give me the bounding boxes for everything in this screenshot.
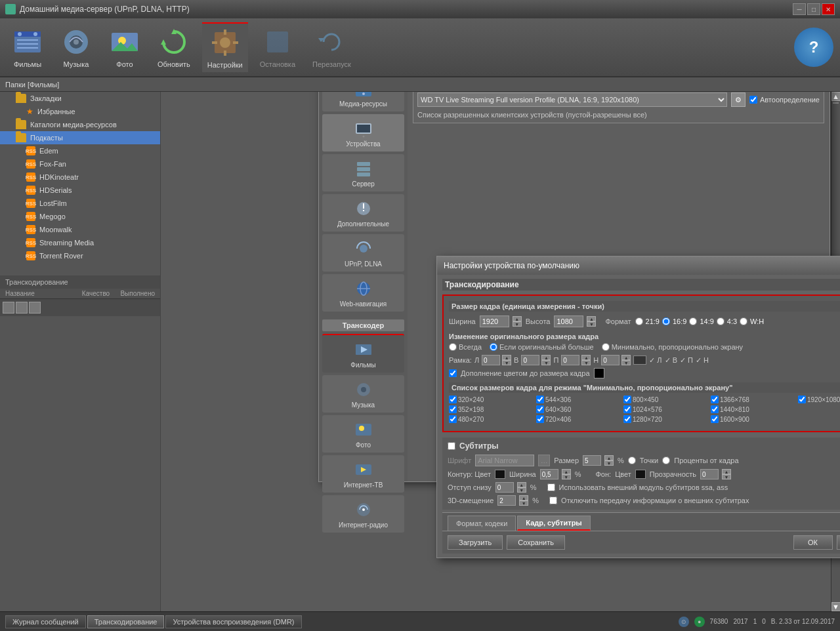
toolbar-refresh[interactable]: Обновить <box>152 23 196 71</box>
close-button[interactable]: ✕ <box>822 3 835 15</box>
subtitles-checkbox[interactable] <box>448 442 455 450</box>
sidebar-item-streaming-media[interactable]: RSS Streaming Media <box>0 236 160 249</box>
toolbar-restart[interactable]: Перезапуск <box>307 23 356 71</box>
settings-nav-upnp[interactable]: UPnP, DLNA <box>322 234 404 272</box>
toolbar-settings[interactable]: Настройки <box>202 22 248 72</box>
cb-1366x768[interactable] <box>711 396 719 403</box>
frame-n-up[interactable]: ▲ <box>621 355 631 360</box>
settings-nav-media[interactable]: Медиа-ресурсы <box>322 92 404 112</box>
format-wh-radio[interactable] <box>740 317 747 325</box>
settings-nav-internettv[interactable]: Интернет-ТВ <box>322 455 404 493</box>
cb-1280x720[interactable] <box>623 415 631 423</box>
settings-nav-films[interactable]: Фильмы <box>322 334 404 373</box>
cb-352x198[interactable] <box>449 405 457 413</box>
frame-v-input[interactable] <box>521 355 539 365</box>
resize-always-radio[interactable] <box>449 343 457 351</box>
sidebar-item-podcasts[interactable]: Подкасты <box>0 131 160 144</box>
size-down[interactable]: ▼ <box>604 460 614 466</box>
sidebar-tool-2[interactable] <box>16 302 28 314</box>
width-spin-up[interactable]: ▲ <box>513 316 522 321</box>
offset-input[interactable] <box>495 482 514 493</box>
width-input[interactable] <box>480 316 509 327</box>
frame-p-down[interactable]: ▼ <box>581 360 591 365</box>
frame-l-up[interactable]: ▲ <box>502 355 511 360</box>
settings-nav-web[interactable]: Web-навигация <box>322 274 404 312</box>
settings-nav-extra[interactable]: Дополнительные <box>322 194 404 232</box>
tab-frame-subtitles[interactable]: Кадр, субтитры <box>517 516 590 531</box>
sidebar-tool-3[interactable] <box>29 302 41 314</box>
frame-v-up[interactable]: ▲ <box>541 355 551 360</box>
tab-transcoding[interactable]: Транскодирование <box>87 615 165 628</box>
outline-width-input[interactable] <box>540 469 558 479</box>
format-21-9-radio[interactable] <box>635 317 643 325</box>
settings-nav-music-trans[interactable]: Музыка <box>322 375 404 413</box>
frame-p-up[interactable]: ▲ <box>581 355 591 360</box>
height-input[interactable] <box>554 316 583 327</box>
cb-544x306[interactable] <box>536 396 544 403</box>
transparency-input[interactable] <box>700 469 719 479</box>
cb-1024x576[interactable] <box>623 405 631 413</box>
cb-640x360[interactable] <box>536 405 544 413</box>
device-browse-button[interactable]: ⚙ <box>731 92 746 107</box>
disable-external-checkbox[interactable] <box>549 497 557 504</box>
auto-detect-checkbox[interactable] <box>749 96 757 104</box>
tab-format-codecs[interactable]: Формат, кодеки <box>448 516 516 531</box>
settings-nav-photo-trans[interactable]: Фото <box>322 415 404 453</box>
width-spin-down[interactable]: ▼ <box>513 321 522 327</box>
height-spin-up[interactable]: ▲ <box>587 316 596 321</box>
resize-if-bigger-radio[interactable] <box>490 343 497 351</box>
sidebar-item-favorites[interactable]: ★ Избранные <box>0 105 160 118</box>
points-radio[interactable] <box>628 457 636 464</box>
outline-width-down[interactable]: ▼ <box>562 474 571 479</box>
sidebar-item-edem[interactable]: RSS Edem <box>0 144 160 157</box>
ok-button[interactable]: ОК <box>793 535 833 550</box>
font-browse-button[interactable]: … <box>538 455 550 466</box>
font-input[interactable] <box>475 455 534 466</box>
offset3d-input[interactable] <box>497 495 516 506</box>
scroll-thumb[interactable] <box>833 102 839 104</box>
tab-dmr[interactable]: Устройства воспроизведения (DMR) <box>165 615 301 628</box>
transparency-down[interactable]: ▼ <box>722 474 731 479</box>
frame-v-down[interactable]: ▼ <box>541 360 551 365</box>
sidebar-item-megogo[interactable]: RSS Megogo <box>0 210 160 223</box>
sidebar-item-torrent-rover[interactable]: RSS Torrent Rover <box>0 249 160 262</box>
offset-down[interactable]: ▼ <box>517 487 526 493</box>
cb-1440x810[interactable] <box>711 405 719 413</box>
color-fill-checkbox[interactable] <box>449 369 457 377</box>
frame-l-down[interactable]: ▼ <box>502 360 511 365</box>
sidebar-item-hdserials[interactable]: RSS HDSerials <box>0 184 160 197</box>
frame-n-down[interactable]: ▼ <box>621 360 631 365</box>
offset-up[interactable]: ▲ <box>517 482 526 487</box>
cb-720x406[interactable] <box>536 415 544 423</box>
bg-color-swatch[interactable] <box>635 470 646 479</box>
sidebar-item-catalogs[interactable]: Каталоги медиа-ресурсов <box>0 118 160 131</box>
offset3d-up[interactable]: ▲ <box>519 495 528 500</box>
format-16-9-radio[interactable] <box>662 317 670 325</box>
sidebar-item-lostfilm[interactable]: RSS LostFilm <box>0 197 160 210</box>
size-input[interactable] <box>583 455 601 466</box>
help-button[interactable]: ? <box>794 28 833 67</box>
cb-480x270[interactable] <box>449 415 457 423</box>
frame-p-input[interactable] <box>561 355 579 365</box>
device-type-select[interactable]: WD TV Live Streaming Full version Profil… <box>417 92 727 107</box>
outline-color-swatch[interactable] <box>495 470 505 479</box>
color-fill-swatch[interactable] <box>594 368 604 378</box>
toolbar-photo[interactable]: Фото <box>104 23 146 71</box>
cb-1920x1080[interactable] <box>798 396 806 403</box>
sidebar-item-bookmarks[interactable]: Закладки <box>0 92 160 105</box>
sidebar-item-foxfan[interactable]: RSS Fox-Fan <box>0 157 160 171</box>
frame-l-input[interactable] <box>482 355 500 365</box>
toolbar-films[interactable]: Фильмы <box>7 23 49 71</box>
scroll-down-btn[interactable]: ▼ <box>831 602 840 611</box>
sidebar-item-moonwalk[interactable]: RSS Moonwalk <box>0 223 160 236</box>
offset3d-down[interactable]: ▼ <box>519 500 528 506</box>
transparency-up[interactable]: ▲ <box>722 469 731 474</box>
save-button[interactable]: Сохранить <box>507 535 565 550</box>
resize-minimal-radio[interactable] <box>602 343 610 351</box>
format-4-3-radio[interactable] <box>717 317 724 325</box>
size-up[interactable]: ▲ <box>604 455 614 460</box>
frame-n-input[interactable] <box>601 355 620 365</box>
cb-800x450[interactable] <box>623 396 631 403</box>
sidebar-tool-1[interactable] <box>3 302 14 314</box>
cancel-button[interactable]: Отмена <box>837 535 840 550</box>
